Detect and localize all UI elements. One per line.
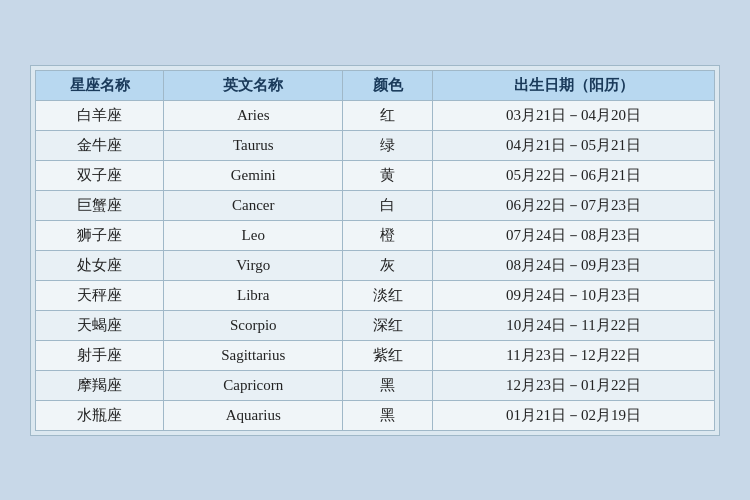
header-zh: 星座名称: [36, 70, 164, 100]
cell-date: 08月24日－09月23日: [433, 250, 715, 280]
header-color: 颜色: [343, 70, 433, 100]
cell-en: Virgo: [164, 250, 343, 280]
table-row: 处女座Virgo灰08月24日－09月23日: [36, 250, 715, 280]
cell-en: Gemini: [164, 160, 343, 190]
cell-color: 红: [343, 100, 433, 130]
cell-date: 06月22日－07月23日: [433, 190, 715, 220]
cell-en: Scorpio: [164, 310, 343, 340]
cell-en: Cancer: [164, 190, 343, 220]
cell-color: 黑: [343, 400, 433, 430]
header-date: 出生日期（阳历）: [433, 70, 715, 100]
cell-zh: 射手座: [36, 340, 164, 370]
header-en: 英文名称: [164, 70, 343, 100]
cell-zh: 摩羯座: [36, 370, 164, 400]
cell-date: 05月22日－06月21日: [433, 160, 715, 190]
zodiac-table: 星座名称 英文名称 颜色 出生日期（阳历） 白羊座Aries红03月21日－04…: [35, 70, 715, 431]
cell-date: 09月24日－10月23日: [433, 280, 715, 310]
table-row: 水瓶座Aquarius黑01月21日－02月19日: [36, 400, 715, 430]
cell-date: 04月21日－05月21日: [433, 130, 715, 160]
table-row: 金牛座Taurus绿04月21日－05月21日: [36, 130, 715, 160]
cell-zh: 水瓶座: [36, 400, 164, 430]
cell-date: 12月23日－01月22日: [433, 370, 715, 400]
cell-date: 07月24日－08月23日: [433, 220, 715, 250]
cell-date: 11月23日－12月22日: [433, 340, 715, 370]
cell-date: 01月21日－02月19日: [433, 400, 715, 430]
cell-en: Aries: [164, 100, 343, 130]
cell-zh: 天蝎座: [36, 310, 164, 340]
table-row: 狮子座Leo橙07月24日－08月23日: [36, 220, 715, 250]
table-row: 摩羯座Capricorn黑12月23日－01月22日: [36, 370, 715, 400]
cell-zh: 巨蟹座: [36, 190, 164, 220]
cell-en: Capricorn: [164, 370, 343, 400]
table-row: 天蝎座Scorpio深红10月24日－11月22日: [36, 310, 715, 340]
cell-zh: 天秤座: [36, 280, 164, 310]
cell-en: Leo: [164, 220, 343, 250]
cell-en: Aquarius: [164, 400, 343, 430]
cell-en: Libra: [164, 280, 343, 310]
cell-zh: 处女座: [36, 250, 164, 280]
table-row: 双子座Gemini黄05月22日－06月21日: [36, 160, 715, 190]
cell-color: 绿: [343, 130, 433, 160]
cell-zh: 白羊座: [36, 100, 164, 130]
table-header-row: 星座名称 英文名称 颜色 出生日期（阳历）: [36, 70, 715, 100]
cell-color: 黄: [343, 160, 433, 190]
cell-zh: 金牛座: [36, 130, 164, 160]
table-row: 天秤座Libra淡红09月24日－10月23日: [36, 280, 715, 310]
cell-zh: 狮子座: [36, 220, 164, 250]
cell-date: 10月24日－11月22日: [433, 310, 715, 340]
cell-zh: 双子座: [36, 160, 164, 190]
cell-color: 灰: [343, 250, 433, 280]
cell-color: 淡红: [343, 280, 433, 310]
table-row: 白羊座Aries红03月21日－04月20日: [36, 100, 715, 130]
cell-color: 白: [343, 190, 433, 220]
table-row: 射手座Sagittarius紫红11月23日－12月22日: [36, 340, 715, 370]
cell-en: Taurus: [164, 130, 343, 160]
cell-color: 黑: [343, 370, 433, 400]
zodiac-table-container: 星座名称 英文名称 颜色 出生日期（阳历） 白羊座Aries红03月21日－04…: [30, 65, 720, 436]
cell-date: 03月21日－04月20日: [433, 100, 715, 130]
table-row: 巨蟹座Cancer白06月22日－07月23日: [36, 190, 715, 220]
cell-en: Sagittarius: [164, 340, 343, 370]
cell-color: 深红: [343, 310, 433, 340]
cell-color: 橙: [343, 220, 433, 250]
cell-color: 紫红: [343, 340, 433, 370]
